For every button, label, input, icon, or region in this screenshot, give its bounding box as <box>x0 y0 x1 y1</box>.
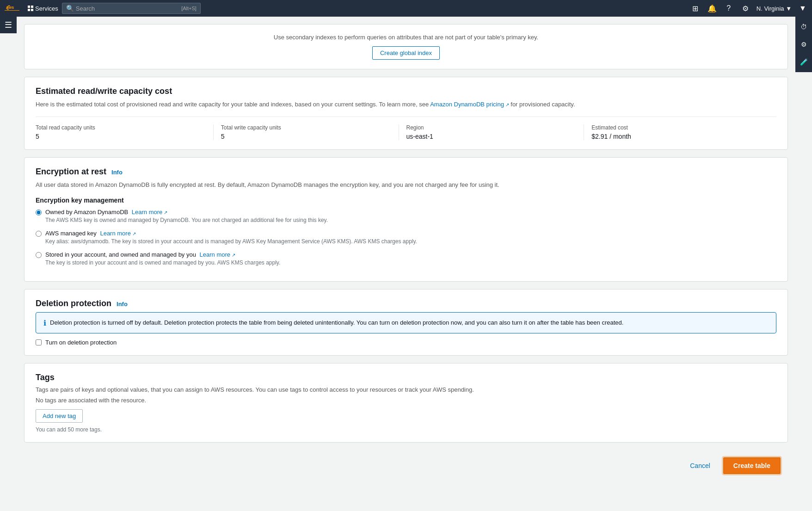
right-sidebar-btn-1[interactable]: ⏱ <box>795 18 812 35</box>
right-sidebar-btn-3[interactable]: 🧪 <box>795 54 812 70</box>
deletion-checkbox-row: Turn on deletion protection <box>36 339 776 346</box>
search-input[interactable] <box>76 5 179 12</box>
settings-icon-btn[interactable]: ⚙ <box>740 3 751 14</box>
secondary-indexes-section: Use secondary indexes to perform queries… <box>24 24 788 69</box>
encryption-description: All user data stored in Amazon DynamoDB … <box>36 180 776 190</box>
total-write-value: 5 <box>221 133 391 140</box>
search-shortcut: [Alt+S] <box>181 6 197 11</box>
top-nav: aws Services 🔍 [Alt+S] ⊞ 🔔 ? ⚙ N. Virgin… <box>0 0 812 17</box>
encryption-radio-owned[interactable] <box>36 209 42 215</box>
terminal-icon-btn[interactable]: ⊞ <box>690 3 701 14</box>
secondary-indexes-note: Use secondary indexes to perform queries… <box>36 34 776 41</box>
estimated-cost-value: $2.91 / month <box>591 133 762 140</box>
encryption-managed-sublabel: Key alias: aws/dynamodb. The key is stor… <box>45 238 417 246</box>
right-sidebar: ⏱ ⚙ 🧪 <box>795 17 812 72</box>
estimated-cost-title: Estimated read/write capacity cost <box>36 86 776 96</box>
total-read-value: 5 <box>36 133 206 140</box>
estimated-cost-cell: Estimated cost $2.91 / month <box>591 124 769 140</box>
deletion-info-link[interactable]: Info <box>117 301 128 308</box>
encryption-option-owned: Owned by Amazon DynamoDB Learn more The … <box>36 209 776 224</box>
region-value: us-east-1 <box>406 133 577 140</box>
create-table-button[interactable]: Create table <box>723 457 781 474</box>
encryption-radio-customer[interactable] <box>36 252 42 258</box>
region-selector[interactable]: N. Virginia ▼ <box>757 5 792 12</box>
encryption-owned-label: Owned by Amazon DynamoDB Learn more <box>45 209 328 215</box>
services-menu-button[interactable]: Services <box>24 0 62 17</box>
tags-description: Tags are pairs of keys and optional valu… <box>36 386 776 393</box>
region-label-cap: Region <box>406 124 577 131</box>
total-read-label: Total read capacity units <box>36 124 206 131</box>
nav-icons: ⊞ 🔔 ? ⚙ N. Virginia ▼ ▼ <box>690 3 808 14</box>
total-write-cell: Total write capacity units 5 <box>221 124 399 140</box>
tags-section: Tags Tags are pairs of keys and optional… <box>24 363 788 443</box>
search-icon: 🔍 <box>66 5 74 12</box>
dynamodb-pricing-link[interactable]: Amazon DynamoDB pricing <box>430 101 509 108</box>
services-label: Services <box>35 5 58 12</box>
deletion-info-box: ℹ Deletion protection is turned off by d… <box>36 312 776 333</box>
capacity-row: Total read capacity units 5 Total write … <box>36 117 776 140</box>
cancel-button[interactable]: Cancel <box>683 458 718 473</box>
tags-title: Tags <box>36 373 776 382</box>
aws-logo: aws <box>4 3 20 14</box>
info-icon: ℹ <box>43 319 46 327</box>
region-label: N. Virginia <box>757 5 784 12</box>
desc-text: Here is the estimated total cost of prov… <box>36 101 429 108</box>
region-cell: Region us-east-1 <box>406 124 584 140</box>
encryption-option-managed: AWS managed key Learn more Key alias: aw… <box>36 230 776 246</box>
customer-learn-more-link[interactable]: Learn more <box>200 251 235 258</box>
desc-suffix: for provisioned capacity. <box>511 101 575 108</box>
user-menu-btn[interactable]: ▼ <box>797 3 808 14</box>
encryption-info-link[interactable]: Info <box>111 169 123 176</box>
tags-limit: You can add 50 more tags. <box>36 426 776 433</box>
encryption-radio-managed[interactable] <box>36 231 42 237</box>
encryption-key-title: Encryption key management <box>36 197 776 204</box>
main-content: Use secondary indexes to perform queries… <box>17 17 795 511</box>
right-sidebar-btn-2[interactable]: ⚙ <box>795 36 812 53</box>
estimated-cost-label: Estimated cost <box>591 124 762 131</box>
estimated-cost-section: Estimated read/write capacity cost Here … <box>24 77 788 150</box>
footer-bar: Cancel Create table <box>24 450 788 481</box>
left-menu-toggle[interactable]: ☰ <box>0 17 17 33</box>
encryption-title: Encryption at rest Info <box>36 167 776 177</box>
estimated-cost-description: Here is the estimated total cost of prov… <box>36 100 776 109</box>
total-write-label: Total write capacity units <box>221 124 391 131</box>
encryption-section: Encryption at rest Info All user data st… <box>24 157 788 282</box>
region-arrow: ▼ <box>786 5 792 12</box>
managed-learn-more-link[interactable]: Learn more <box>100 230 135 237</box>
grid-icon <box>28 6 33 11</box>
deletion-checkbox-label[interactable]: Turn on deletion protection <box>45 339 117 346</box>
encryption-customer-sublabel: The key is stored in your account and is… <box>45 259 280 267</box>
no-tags-text: No tags are associated with the resource… <box>36 397 776 404</box>
deletion-protection-checkbox[interactable] <box>36 339 42 345</box>
encryption-owned-sublabel: The AWS KMS key is owned and managed by … <box>45 216 328 224</box>
bell-icon-btn[interactable]: 🔔 <box>707 3 718 14</box>
add-tag-button[interactable]: Add new tag <box>36 409 83 423</box>
encryption-managed-label: AWS managed key Learn more <box>45 230 417 237</box>
create-global-index-button[interactable]: Create global index <box>372 46 440 60</box>
svg-text:aws: aws <box>6 5 14 10</box>
encryption-customer-label: Stored in your account, and owned and ma… <box>45 251 280 258</box>
deletion-protection-title: Deletion protection Info <box>36 299 776 308</box>
encryption-option-customer: Stored in your account, and owned and ma… <box>36 251 776 267</box>
deletion-info-text: Deletion protection is turned off by def… <box>50 318 623 327</box>
search-bar: 🔍 [Alt+S] <box>62 3 201 14</box>
total-read-cell: Total read capacity units 5 <box>36 124 214 140</box>
help-icon-btn[interactable]: ? <box>723 3 734 14</box>
owned-learn-more-link[interactable]: Learn more <box>132 209 167 215</box>
deletion-protection-section: Deletion protection Info ℹ Deletion prot… <box>24 289 788 356</box>
